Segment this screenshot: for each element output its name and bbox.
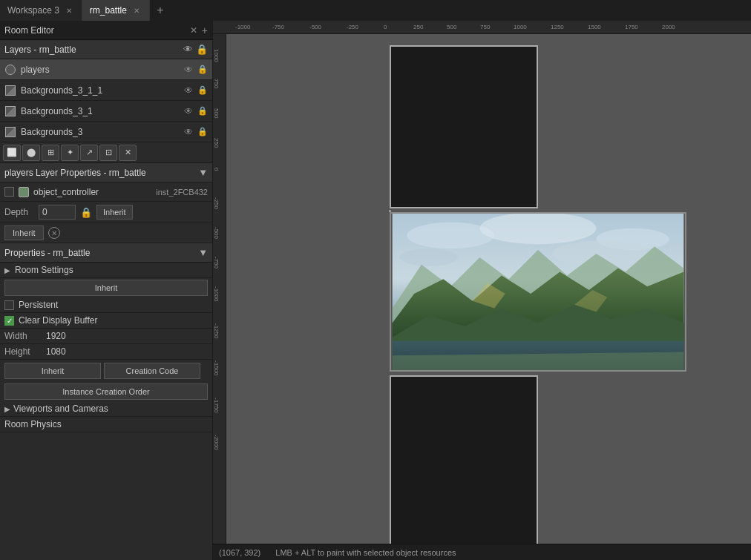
status-bar: (1067, 392) LMB + ALT to paint with sele… <box>213 544 751 560</box>
width-row: Width 1920 <box>0 329 212 344</box>
creation-code-btn[interactable]: Creation Code <box>104 363 200 379</box>
tool-circle[interactable]: ⬤ <box>22 145 40 161</box>
layer-bg31-lock[interactable]: 🔒 <box>197 106 208 116</box>
instance-name: object_controller <box>33 187 151 197</box>
inherit-row: Inherit ✕ <box>0 223 212 243</box>
layer-bg3-lock[interactable]: 🔒 <box>197 127 208 136</box>
layers-eye-icon[interactable]: 👁 <box>183 44 193 55</box>
tab-workspace3-label: Workspace 3 <box>7 5 59 16</box>
status-hint: LMB + ALT to paint with selected object … <box>275 548 745 557</box>
instance-item[interactable]: object_controller inst_2FCB432 <box>0 182 212 202</box>
clear-display-checkbox[interactable]: ✓ <box>4 316 14 326</box>
tool-star[interactable]: ✦ <box>61 145 79 161</box>
ruler-tick-v--1750: -1750 <box>213 398 220 412</box>
tab-workspace3[interactable]: Workspace 3 ✕ <box>0 0 82 21</box>
depth-label: Depth <box>4 207 34 217</box>
inherit-btn2[interactable]: Inherit <box>4 225 44 240</box>
instance-creation-order-btn[interactable]: Instance Creation Order <box>4 383 208 400</box>
svg-point-2 <box>479 214 596 244</box>
depth-input[interactable] <box>39 205 76 220</box>
ruler-tick-250r: 250 <box>413 24 423 30</box>
props-header: Properties - rm_battle ▼ <box>0 243 212 263</box>
ruler-tick-v--250: -250 <box>213 197 220 209</box>
width-value: 1920 <box>46 331 66 341</box>
depth-inherit-btn[interactable]: Inherit <box>96 205 133 220</box>
ruler-tick-v-1000: 1000 <box>213 49 220 62</box>
layer-item-players[interactable]: players 👁 🔒 <box>0 59 212 80</box>
room-settings-row[interactable]: ▶ Room Settings <box>0 263 212 278</box>
layer-players-vis[interactable]: 👁 <box>184 65 193 75</box>
viewports-label: Viewports and Cameras <box>13 403 108 414</box>
ruler-tick-v-500: 500 <box>213 108 220 118</box>
persistent-row: Persistent <box>0 297 212 313</box>
circle-x-icon[interactable]: ✕ <box>48 227 60 239</box>
creation-code-inherit-btn[interactable]: Inherit <box>4 363 101 379</box>
room-physics-label: Room Physics <box>4 419 62 429</box>
layer-bg-icon-2 <box>4 105 16 117</box>
layer-item-bg3[interactable]: Backgrounds_3 👁 🔒 <box>0 122 212 142</box>
room-settings-arrow: ▶ <box>4 266 10 274</box>
ruler-tick-250: -250 <box>347 24 358 30</box>
ruler-tick-v--750: -750 <box>213 257 220 269</box>
scroll-indicator <box>389 210 391 212</box>
room-editor-add[interactable]: + <box>202 24 208 36</box>
tool-rect[interactable]: ⬜ <box>3 145 21 161</box>
layers-header: Layers - rm_battle 👁 🔒 <box>0 40 212 59</box>
ruler-tick-750r: 750 <box>480 24 490 30</box>
depth-lock-icon[interactable]: 🔒 <box>80 207 92 218</box>
tool-delete[interactable]: ✕ <box>119 145 137 161</box>
layers-icons: 👁 🔒 <box>183 44 208 55</box>
height-value: 1080 <box>46 346 66 357</box>
tab-rm-battle[interactable]: rm_battle ✕ <box>82 0 150 21</box>
ruler-tick-500: -500 <box>309 24 321 30</box>
layer-players-lock[interactable]: 🔒 <box>197 65 208 74</box>
instance-id: inst_2FCB432 <box>156 188 208 197</box>
layer-props-dropdown[interactable]: ▼ <box>198 167 208 178</box>
ruler-tick-1000: -1000 <box>235 24 250 30</box>
ruler-top: -1000 -750 -500 -250 0 250 500 750 1000 … <box>213 21 751 34</box>
tab-workspace3-close[interactable]: ✕ <box>64 6 74 16</box>
layer-bg311-lock[interactable]: 🔒 <box>197 85 208 95</box>
status-coords: (1067, 392) <box>219 548 260 557</box>
tab-add-button[interactable]: + <box>150 0 171 21</box>
ruler-left: 1000 750 500 250 0 -250 -500 -750 -1000 … <box>213 34 226 544</box>
layer-bg31-vis[interactable]: 👁 <box>184 106 193 116</box>
ruler-tick-1250r: 1250 <box>551 24 564 30</box>
layer-props-header: players Layer Properties - rm_battle ▼ <box>0 163 212 182</box>
viewports-item[interactable]: ▶ Viewports and Cameras <box>0 401 212 417</box>
instance-checkbox[interactable] <box>4 187 14 197</box>
canvas-rect-top <box>390 45 538 208</box>
ruler-tick-0: 0 <box>384 24 387 30</box>
room-inherit-btn[interactable]: Inherit <box>4 280 208 296</box>
main-content: Room Editor ✕ + Layers - rm_battle 👁 🔒 p… <box>0 21 751 560</box>
canvas-with-ruler: -1000 -750 -500 -250 0 250 500 750 1000 … <box>213 21 751 560</box>
ruler-tick-v--2000: -2000 <box>213 435 220 449</box>
canvas-main: 1000 750 500 250 0 -250 -500 -750 -1000 … <box>213 34 751 544</box>
props-title: Properties - rm_battle <box>4 248 198 258</box>
ruler-tick-v--1500: -1500 <box>213 360 220 375</box>
layer-bg3-vis[interactable]: 👁 <box>184 127 193 137</box>
ruler-tick-v-750: 750 <box>213 79 220 88</box>
tool-arrow[interactable]: ↗ <box>80 145 98 161</box>
ruler-tick-v--500: -500 <box>213 227 220 239</box>
layer-item-bg311[interactable]: Backgrounds_3_1_1 👁 🔒 <box>0 80 212 101</box>
canvas-viewport[interactable] <box>226 34 751 544</box>
ruler-tick-750: -750 <box>272 24 284 30</box>
clear-display-label: Clear Display Buffer <box>19 315 98 326</box>
tool-grid[interactable]: ⊞ <box>42 145 59 161</box>
layer-item-bg31[interactable]: Backgrounds_3_1 👁 🔒 <box>0 101 212 122</box>
room-physics-item[interactable]: Room Physics <box>0 417 212 432</box>
persistent-checkbox[interactable] <box>4 300 14 310</box>
room-editor-close[interactable]: ✕ <box>190 25 197 36</box>
props-dropdown[interactable]: ▼ <box>198 247 208 258</box>
layer-players-name: players <box>21 65 180 75</box>
ruler-tick-v-0: 0 <box>213 168 220 171</box>
room-editor-header: Room Editor ✕ + <box>0 21 212 40</box>
tool-select[interactable]: ⊡ <box>99 145 117 161</box>
layer-bg-icon-3 <box>4 126 16 138</box>
layer-bg311-vis[interactable]: 👁 <box>184 85 193 96</box>
layers-lock-icon[interactable]: 🔒 <box>196 44 208 55</box>
room-editor-title: Room Editor <box>4 25 190 36</box>
tab-rm-battle-close[interactable]: ✕ <box>131 6 142 16</box>
layer-bg-icon-1 <box>4 85 16 96</box>
